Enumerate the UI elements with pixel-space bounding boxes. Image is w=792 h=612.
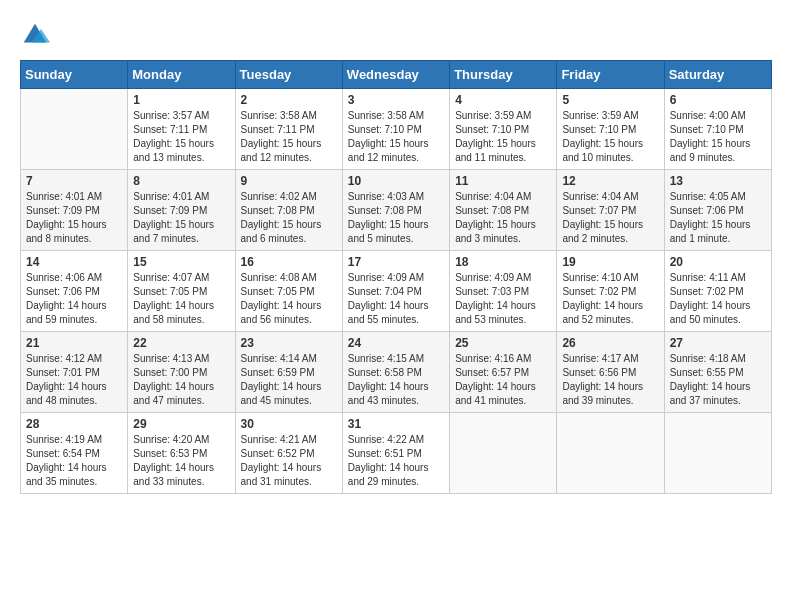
weekday-header-monday: Monday [128,61,235,89]
day-number: 18 [455,255,551,269]
calendar-cell: 30Sunrise: 4:21 AM Sunset: 6:52 PM Dayli… [235,413,342,494]
calendar-week-row: 14Sunrise: 4:06 AM Sunset: 7:06 PM Dayli… [21,251,772,332]
weekday-header-thursday: Thursday [450,61,557,89]
day-number: 8 [133,174,229,188]
calendar-cell: 21Sunrise: 4:12 AM Sunset: 7:01 PM Dayli… [21,332,128,413]
calendar-cell: 31Sunrise: 4:22 AM Sunset: 6:51 PM Dayli… [342,413,449,494]
day-info: Sunrise: 4:04 AM Sunset: 7:08 PM Dayligh… [455,190,551,246]
day-number: 17 [348,255,444,269]
calendar-table: SundayMondayTuesdayWednesdayThursdayFrid… [20,60,772,494]
logo [20,20,54,50]
day-info: Sunrise: 4:01 AM Sunset: 7:09 PM Dayligh… [26,190,122,246]
calendar-cell: 15Sunrise: 4:07 AM Sunset: 7:05 PM Dayli… [128,251,235,332]
day-info: Sunrise: 4:08 AM Sunset: 7:05 PM Dayligh… [241,271,337,327]
day-info: Sunrise: 4:05 AM Sunset: 7:06 PM Dayligh… [670,190,766,246]
calendar-cell: 13Sunrise: 4:05 AM Sunset: 7:06 PM Dayli… [664,170,771,251]
weekday-header-saturday: Saturday [664,61,771,89]
day-info: Sunrise: 4:19 AM Sunset: 6:54 PM Dayligh… [26,433,122,489]
header [20,20,772,50]
day-number: 19 [562,255,658,269]
calendar-cell: 28Sunrise: 4:19 AM Sunset: 6:54 PM Dayli… [21,413,128,494]
calendar-cell [21,89,128,170]
day-number: 20 [670,255,766,269]
day-info: Sunrise: 4:17 AM Sunset: 6:56 PM Dayligh… [562,352,658,408]
day-info: Sunrise: 3:58 AM Sunset: 7:10 PM Dayligh… [348,109,444,165]
calendar-cell: 20Sunrise: 4:11 AM Sunset: 7:02 PM Dayli… [664,251,771,332]
day-info: Sunrise: 3:59 AM Sunset: 7:10 PM Dayligh… [455,109,551,165]
calendar-cell: 19Sunrise: 4:10 AM Sunset: 7:02 PM Dayli… [557,251,664,332]
day-number: 15 [133,255,229,269]
calendar-cell: 16Sunrise: 4:08 AM Sunset: 7:05 PM Dayli… [235,251,342,332]
day-number: 12 [562,174,658,188]
day-number: 3 [348,93,444,107]
day-info: Sunrise: 4:13 AM Sunset: 7:00 PM Dayligh… [133,352,229,408]
day-info: Sunrise: 4:22 AM Sunset: 6:51 PM Dayligh… [348,433,444,489]
day-info: Sunrise: 4:10 AM Sunset: 7:02 PM Dayligh… [562,271,658,327]
day-number: 10 [348,174,444,188]
day-number: 21 [26,336,122,350]
calendar-cell [450,413,557,494]
day-number: 2 [241,93,337,107]
day-number: 30 [241,417,337,431]
day-info: Sunrise: 4:07 AM Sunset: 7:05 PM Dayligh… [133,271,229,327]
day-info: Sunrise: 4:18 AM Sunset: 6:55 PM Dayligh… [670,352,766,408]
day-info: Sunrise: 4:00 AM Sunset: 7:10 PM Dayligh… [670,109,766,165]
calendar-cell: 29Sunrise: 4:20 AM Sunset: 6:53 PM Dayli… [128,413,235,494]
day-info: Sunrise: 4:04 AM Sunset: 7:07 PM Dayligh… [562,190,658,246]
calendar-week-row: 21Sunrise: 4:12 AM Sunset: 7:01 PM Dayli… [21,332,772,413]
day-number: 31 [348,417,444,431]
day-number: 6 [670,93,766,107]
day-number: 5 [562,93,658,107]
calendar-cell: 6Sunrise: 4:00 AM Sunset: 7:10 PM Daylig… [664,89,771,170]
calendar-cell: 7Sunrise: 4:01 AM Sunset: 7:09 PM Daylig… [21,170,128,251]
calendar-cell: 14Sunrise: 4:06 AM Sunset: 7:06 PM Dayli… [21,251,128,332]
calendar-cell: 23Sunrise: 4:14 AM Sunset: 6:59 PM Dayli… [235,332,342,413]
calendar-cell [557,413,664,494]
calendar-cell: 17Sunrise: 4:09 AM Sunset: 7:04 PM Dayli… [342,251,449,332]
day-info: Sunrise: 4:15 AM Sunset: 6:58 PM Dayligh… [348,352,444,408]
calendar-cell: 25Sunrise: 4:16 AM Sunset: 6:57 PM Dayli… [450,332,557,413]
day-info: Sunrise: 4:12 AM Sunset: 7:01 PM Dayligh… [26,352,122,408]
day-number: 13 [670,174,766,188]
day-info: Sunrise: 4:16 AM Sunset: 6:57 PM Dayligh… [455,352,551,408]
day-number: 4 [455,93,551,107]
calendar-cell: 26Sunrise: 4:17 AM Sunset: 6:56 PM Dayli… [557,332,664,413]
weekday-header-row: SundayMondayTuesdayWednesdayThursdayFrid… [21,61,772,89]
day-info: Sunrise: 4:02 AM Sunset: 7:08 PM Dayligh… [241,190,337,246]
calendar-cell: 10Sunrise: 4:03 AM Sunset: 7:08 PM Dayli… [342,170,449,251]
day-number: 22 [133,336,229,350]
weekday-header-friday: Friday [557,61,664,89]
day-number: 26 [562,336,658,350]
day-info: Sunrise: 3:59 AM Sunset: 7:10 PM Dayligh… [562,109,658,165]
day-number: 27 [670,336,766,350]
calendar-week-row: 1Sunrise: 3:57 AM Sunset: 7:11 PM Daylig… [21,89,772,170]
day-number: 25 [455,336,551,350]
day-number: 29 [133,417,229,431]
calendar-week-row: 7Sunrise: 4:01 AM Sunset: 7:09 PM Daylig… [21,170,772,251]
calendar-cell: 11Sunrise: 4:04 AM Sunset: 7:08 PM Dayli… [450,170,557,251]
calendar-cell: 5Sunrise: 3:59 AM Sunset: 7:10 PM Daylig… [557,89,664,170]
weekday-header-wednesday: Wednesday [342,61,449,89]
day-info: Sunrise: 3:58 AM Sunset: 7:11 PM Dayligh… [241,109,337,165]
day-number: 7 [26,174,122,188]
day-number: 9 [241,174,337,188]
day-info: Sunrise: 4:09 AM Sunset: 7:03 PM Dayligh… [455,271,551,327]
calendar-cell: 3Sunrise: 3:58 AM Sunset: 7:10 PM Daylig… [342,89,449,170]
day-info: Sunrise: 4:20 AM Sunset: 6:53 PM Dayligh… [133,433,229,489]
day-info: Sunrise: 4:09 AM Sunset: 7:04 PM Dayligh… [348,271,444,327]
calendar-cell: 8Sunrise: 4:01 AM Sunset: 7:09 PM Daylig… [128,170,235,251]
day-number: 14 [26,255,122,269]
calendar-cell: 27Sunrise: 4:18 AM Sunset: 6:55 PM Dayli… [664,332,771,413]
weekday-header-sunday: Sunday [21,61,128,89]
weekday-header-tuesday: Tuesday [235,61,342,89]
day-info: Sunrise: 4:11 AM Sunset: 7:02 PM Dayligh… [670,271,766,327]
day-number: 11 [455,174,551,188]
calendar-cell: 24Sunrise: 4:15 AM Sunset: 6:58 PM Dayli… [342,332,449,413]
day-info: Sunrise: 4:03 AM Sunset: 7:08 PM Dayligh… [348,190,444,246]
calendar-cell [664,413,771,494]
calendar-cell: 22Sunrise: 4:13 AM Sunset: 7:00 PM Dayli… [128,332,235,413]
day-info: Sunrise: 4:14 AM Sunset: 6:59 PM Dayligh… [241,352,337,408]
day-number: 1 [133,93,229,107]
calendar-cell: 1Sunrise: 3:57 AM Sunset: 7:11 PM Daylig… [128,89,235,170]
day-info: Sunrise: 4:01 AM Sunset: 7:09 PM Dayligh… [133,190,229,246]
